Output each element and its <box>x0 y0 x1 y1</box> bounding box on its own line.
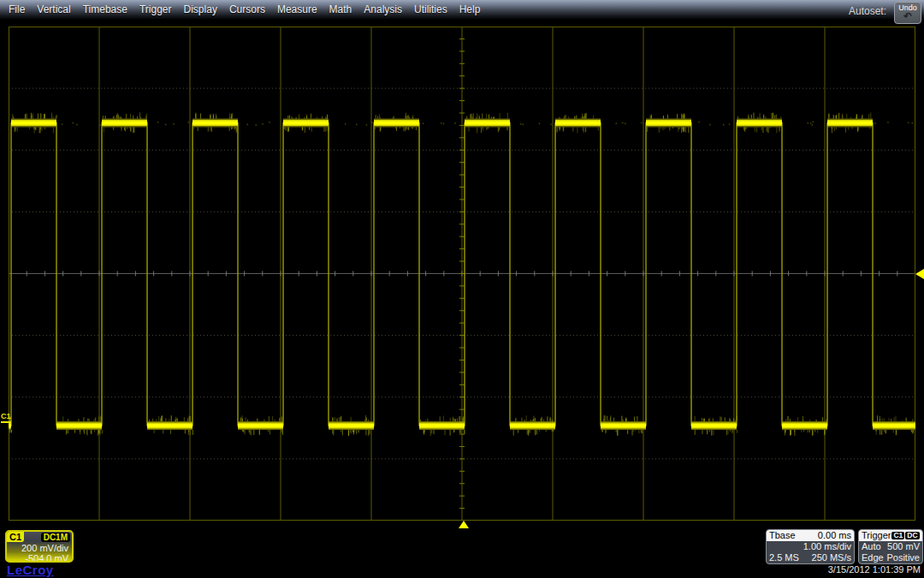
timebase-scale: 1.00 ms/div <box>803 541 851 552</box>
trigger-time-marker-icon[interactable] <box>459 521 469 528</box>
trigger-coupling-badge: DC <box>905 532 919 539</box>
menu-item-analysis[interactable]: Analysis <box>364 3 402 15</box>
timebase-label: Tbase <box>769 530 796 541</box>
undo-arrow-icon: ↶ <box>903 11 912 21</box>
menu-item-timebase[interactable]: Timebase <box>83 3 127 15</box>
channel-offset-marker[interactable]: C1 <box>1 413 11 423</box>
undo-autoset-button[interactable]: Undo ↶ <box>894 2 921 24</box>
trigger-level: 500 mV <box>887 541 920 552</box>
lecroy-logo: LeCroy <box>7 563 54 577</box>
menu-item-math[interactable]: Math <box>329 3 352 15</box>
channel-coupling-badge: DC1M <box>41 533 70 542</box>
menu-item-help[interactable]: Help <box>459 3 481 15</box>
timebase-position: 0.00 ms <box>818 530 851 541</box>
autoset-label: Autoset: <box>849 5 886 17</box>
channel-offset: -504.0 mV <box>7 553 72 563</box>
timestamp: 3/15/2012 1:01:39 PM <box>828 564 921 575</box>
menu-item-file[interactable]: File <box>9 3 25 15</box>
timebase-descriptor[interactable]: Tbase 0.00 ms 1.00 ms/div 2.5 MS 250 MS/… <box>766 529 855 564</box>
trigger-mode: Auto <box>862 541 881 552</box>
menu-item-trigger[interactable]: Trigger <box>139 3 172 15</box>
menu-bar: File Vertical Timebase Trigger Display C… <box>0 0 924 19</box>
trigger-source-badge: C1 <box>891 532 904 539</box>
waveform-display[interactable] <box>9 27 915 521</box>
channel-name-badge: C1 <box>7 532 24 542</box>
menu-item-measure[interactable]: Measure <box>277 3 317 15</box>
trigger-label: Trigger <box>862 530 891 541</box>
sample-rate: 250 MS/s <box>812 552 851 563</box>
oscilloscope-screen: File Vertical Timebase Trigger Display C… <box>0 0 924 578</box>
scope-graticule-and-trace <box>9 27 915 521</box>
menu-item-cursors[interactable]: Cursors <box>229 3 265 15</box>
channel-descriptor-c1[interactable]: C1 DC1M 200 mV/div -504.0 mV <box>5 530 74 563</box>
sample-count: 2.5 MS <box>769 552 799 563</box>
trigger-source-badges: C1 DC <box>891 531 920 540</box>
menu-item-display[interactable]: Display <box>184 3 217 15</box>
trigger-slope: Positive <box>886 552 920 563</box>
trigger-level-marker-icon[interactable] <box>915 269 924 279</box>
trigger-type: Edge <box>862 552 884 563</box>
menu-item-vertical[interactable]: Vertical <box>37 3 70 15</box>
menu-item-utilities[interactable]: Utilities <box>414 3 447 15</box>
trigger-descriptor[interactable]: Trigger C1 DC Auto 500 mV Edge Positive <box>858 529 923 564</box>
channel-scale: 200 mV/div <box>7 543 72 553</box>
